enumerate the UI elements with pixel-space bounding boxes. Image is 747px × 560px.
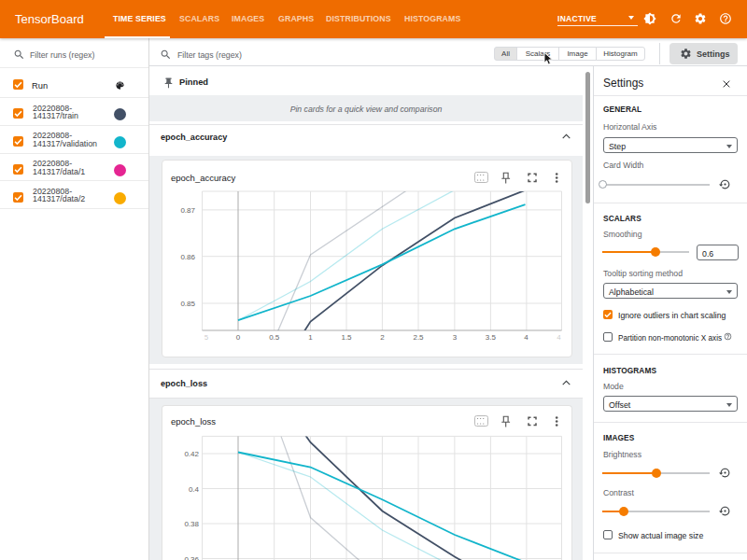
- svg-text:2: 2: [380, 333, 385, 342]
- svg-text:0.38: 0.38: [184, 520, 199, 528]
- svg-text:4: 4: [524, 333, 529, 342]
- svg-text:1: 1: [308, 333, 313, 342]
- svg-text:3: 3: [453, 333, 458, 342]
- svg-text:4: 4: [557, 333, 561, 342]
- svg-text:0.85: 0.85: [180, 300, 195, 308]
- svg-text:0: 0: [236, 333, 241, 342]
- svg-text:0.5: 0.5: [269, 333, 280, 342]
- svg-text:0.86: 0.86: [180, 253, 195, 261]
- svg-text:0.4: 0.4: [189, 485, 200, 494]
- svg-text:2.5: 2.5: [413, 333, 424, 342]
- svg-text:0.87: 0.87: [180, 206, 195, 215]
- svg-text:0.36: 0.36: [184, 555, 199, 560]
- svg-text:0.42: 0.42: [184, 450, 199, 458]
- svg-text:1.5: 1.5: [341, 333, 352, 342]
- svg-text:3.5: 3.5: [486, 333, 497, 342]
- svg-text:5: 5: [204, 333, 209, 342]
